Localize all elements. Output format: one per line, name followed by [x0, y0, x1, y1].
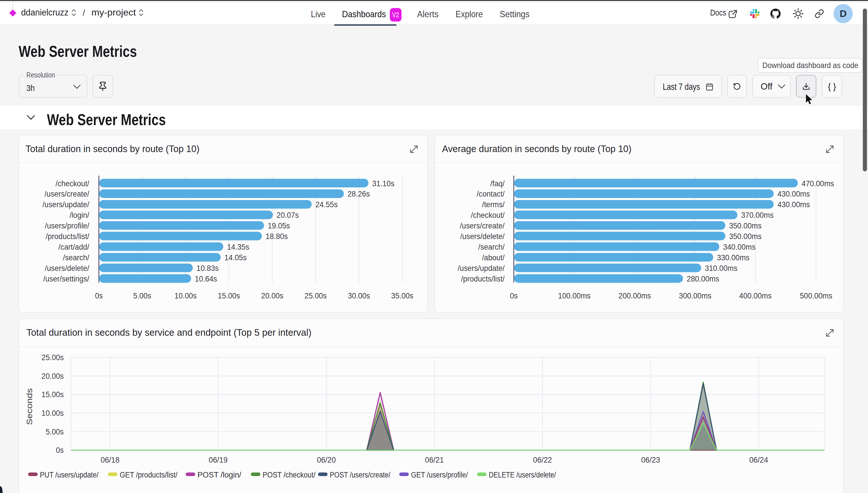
svg-text:25.00s: 25.00s	[304, 291, 327, 300]
svg-text:Explore: Explore	[456, 9, 483, 19]
svg-text:10.83s: 10.83s	[197, 264, 219, 273]
svg-text:/checkout/: /checkout/	[56, 179, 89, 188]
svg-text:Average duration in seconds by: Average duration in seconds by route (To…	[442, 144, 632, 154]
svg-text:ddanielcruzz: ddanielcruzz	[21, 7, 69, 18]
svg-text:Resolution: Resolution	[26, 71, 55, 79]
svg-text:430.00ms: 430.00ms	[777, 200, 810, 209]
svg-text:28.26s: 28.26s	[347, 189, 370, 198]
svg-text:Download dashboard as code: Download dashboard as code	[762, 61, 858, 70]
svg-text:Web Server Metrics: Web Server Metrics	[47, 111, 166, 129]
svg-text:/products/list/: /products/list/	[46, 232, 89, 241]
svg-text:470.00ms: 470.00ms	[802, 179, 834, 188]
svg-text:200.00ms: 200.00ms	[618, 291, 651, 300]
svg-text:31.10s: 31.10s	[372, 179, 395, 188]
svg-text:/users/delete/: /users/delete/	[460, 232, 505, 241]
svg-text:/checkout/: /checkout/	[471, 211, 505, 219]
svg-text:/faq/: /faq/	[490, 179, 505, 188]
svg-text:3h: 3h	[26, 83, 35, 93]
svg-text:35.00s: 35.00s	[391, 291, 413, 300]
svg-text:POST /users/create/: POST /users/create/	[330, 471, 390, 479]
svg-text:POST /login/: POST /login/	[197, 471, 241, 479]
svg-text:0s: 0s	[95, 291, 103, 300]
svg-text:/about/: /about/	[482, 253, 505, 262]
svg-text:Off: Off	[761, 82, 773, 91]
svg-text:my-project: my-project	[91, 7, 136, 18]
svg-text:06/19: 06/19	[209, 455, 228, 464]
svg-text:5.00s: 5.00s	[46, 427, 64, 436]
svg-text:24.55s: 24.55s	[315, 200, 338, 209]
svg-text:Seconds: Seconds	[25, 388, 34, 425]
svg-text:/search/: /search/	[63, 253, 89, 262]
svg-text:350.00ms: 350.00ms	[729, 232, 762, 241]
svg-text:370.00ms: 370.00ms	[741, 211, 774, 219]
svg-text:06/18: 06/18	[101, 455, 120, 464]
svg-text:430.00ms: 430.00ms	[777, 189, 810, 198]
svg-text:/login/: /login/	[69, 211, 89, 219]
svg-text:400.00ms: 400.00ms	[739, 291, 771, 300]
svg-text:/users/profile/: /users/profile/	[45, 221, 89, 230]
svg-text:18.80s: 18.80s	[266, 232, 288, 241]
svg-text:GET /products/list/: GET /products/list/	[120, 471, 177, 479]
svg-text:20.00s: 20.00s	[42, 372, 64, 381]
svg-text:Total duration in seconds by s: Total duration in seconds by service and…	[26, 327, 312, 338]
svg-text:20.07s: 20.07s	[277, 211, 299, 219]
svg-text:GET /users/profile/: GET /users/profile/	[411, 471, 468, 479]
svg-text:Web Server Metrics: Web Server Metrics	[19, 42, 137, 60]
svg-text:06/22: 06/22	[533, 455, 552, 464]
svg-text:100.00ms: 100.00ms	[558, 291, 590, 300]
svg-text:POST /checkout/: POST /checkout/	[263, 471, 315, 479]
svg-text:20.00s: 20.00s	[261, 291, 283, 300]
svg-text:Live: Live	[311, 9, 325, 19]
svg-text:15.00s: 15.00s	[42, 390, 64, 399]
svg-text:/users/delete/: /users/delete/	[45, 264, 89, 273]
svg-text:06/24: 06/24	[749, 455, 768, 464]
svg-text:Dashboards: Dashboards	[342, 9, 386, 19]
svg-text:30.00s: 30.00s	[348, 291, 370, 300]
svg-text:5.00s: 5.00s	[133, 291, 151, 300]
svg-text:340.00ms: 340.00ms	[723, 242, 756, 251]
svg-text:{ }: { }	[828, 82, 836, 91]
svg-text:06/21: 06/21	[425, 455, 444, 464]
svg-text:PUT /users/update/: PUT /users/update/	[40, 471, 99, 479]
svg-text:310.00ms: 310.00ms	[705, 264, 737, 273]
svg-text:/cart/add/: /cart/add/	[59, 242, 89, 251]
svg-text:10.64s: 10.64s	[195, 274, 217, 283]
svg-text:Last 7 days: Last 7 days	[663, 82, 700, 92]
svg-text:19.05s: 19.05s	[268, 221, 290, 230]
svg-text:0s: 0s	[510, 291, 517, 300]
svg-text:06/23: 06/23	[641, 455, 660, 464]
svg-text:350.00ms: 350.00ms	[729, 221, 762, 230]
svg-text:D: D	[840, 8, 847, 19]
svg-text:Settings: Settings	[500, 9, 530, 19]
svg-text:Docs: Docs	[710, 8, 726, 17]
svg-text:500.00ms: 500.00ms	[800, 291, 832, 300]
svg-text:V2: V2	[393, 11, 399, 19]
svg-text:/: /	[83, 8, 85, 18]
svg-text:330.00ms: 330.00ms	[717, 253, 749, 262]
svg-text:06/20: 06/20	[317, 455, 336, 464]
svg-text:0s: 0s	[56, 446, 64, 454]
svg-text:25.00s: 25.00s	[42, 353, 64, 362]
svg-text:Alerts: Alerts	[417, 9, 439, 19]
svg-text:/terms/: /terms/	[482, 200, 505, 209]
svg-text:/search/: /search/	[478, 242, 505, 251]
svg-text:/users/update/: /users/update/	[42, 200, 89, 209]
svg-text:10.00s: 10.00s	[42, 409, 64, 417]
svg-text:300.00ms: 300.00ms	[679, 291, 711, 300]
svg-text:15.00s: 15.00s	[218, 291, 240, 300]
svg-text:/users/create/: /users/create/	[460, 221, 505, 230]
svg-text:/user/settings/: /user/settings/	[43, 274, 89, 283]
svg-text:DELETE /users/delete/: DELETE /users/delete/	[489, 471, 556, 479]
svg-text:/products/list/: /products/list/	[461, 274, 505, 283]
svg-text:/users/update/: /users/update/	[458, 264, 505, 273]
svg-text:Total duration in seconds by r: Total duration in seconds by route (Top …	[25, 144, 199, 154]
svg-text:/contact/: /contact/	[477, 189, 505, 198]
svg-text:/users/create/: /users/create/	[44, 189, 89, 198]
svg-text:14.35s: 14.35s	[227, 242, 249, 251]
svg-text:280.00ms: 280.00ms	[687, 274, 719, 283]
svg-text:14.05s: 14.05s	[225, 253, 247, 262]
svg-text:10.00s: 10.00s	[174, 291, 197, 300]
